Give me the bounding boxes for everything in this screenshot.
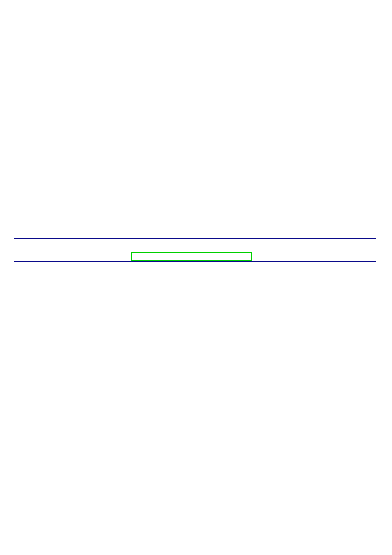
top-outlined-box — [14, 14, 376, 239]
inner-green-box — [131, 252, 252, 261]
middle-outlined-box — [14, 240, 376, 262]
horizontal-divider — [18, 417, 371, 417]
